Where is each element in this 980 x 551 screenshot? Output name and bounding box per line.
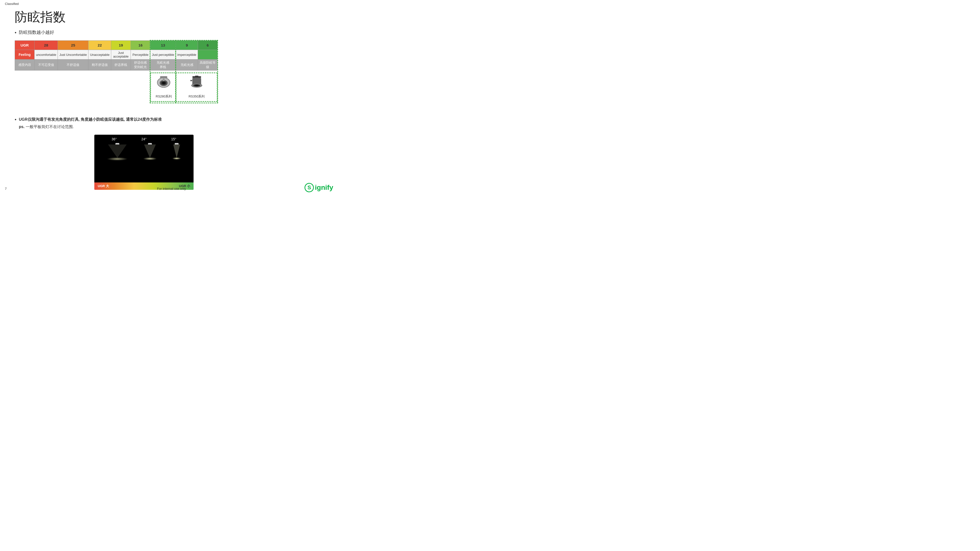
angle-24: 24° — [142, 137, 146, 141]
page-title: 防眩指数 — [15, 9, 66, 26]
ugr-28-cell: 28 — [35, 41, 58, 50]
ugr-9-cell: 9 — [176, 41, 198, 50]
rs280-icon — [154, 76, 173, 93]
rs280-label: RS280系列 — [154, 94, 173, 99]
feel-9: imperceptible — [176, 50, 198, 59]
ugr-table-container: UGR 28 25 22 19 16 13 9 6 Feeling uncomf… — [15, 40, 218, 106]
cn-header-cell: 感受内容 — [15, 59, 35, 70]
feeling-row: Feeling uncomfortable Just Uncomfortable… — [15, 50, 218, 59]
feel-22: Unacceptable — [88, 50, 111, 59]
fixture-15 — [172, 143, 181, 160]
cone-36 — [108, 144, 127, 158]
feel-19: Justacceptable — [111, 50, 130, 59]
bullet-text-2b: ps. 一般平板筒灯不在讨论范围. — [19, 124, 162, 130]
rs350-icon — [187, 76, 207, 93]
ugr-header-cell: UGR — [15, 41, 35, 50]
svg-rect-7 — [163, 78, 165, 81]
ugr-bar-left: UGR 大 — [98, 184, 109, 188]
cn-28: 不可忍受值 — [35, 59, 58, 70]
bullet-text-1: 防眩指数越小越好 — [19, 29, 54, 35]
rs280-product-box: RS280系列 — [150, 73, 177, 102]
cn-19: 舒适界线 — [111, 59, 130, 70]
cn-row: 感受内容 不可忍受值 不舒适值 刚不舒适值 舒适界线 舒适但感受到眩光 无眩光感… — [15, 59, 218, 70]
feel-16: Perceptible — [130, 50, 150, 59]
feeling-header-cell: Feeling — [15, 50, 35, 59]
signify-s-circle: S — [304, 183, 314, 192]
rs350-product-box: RS350系列 — [176, 73, 217, 102]
angle-image-container: 36° 24° 15° UGR 大 UGR 小 — [94, 135, 194, 190]
cn-9: 无眩光感 — [176, 59, 198, 70]
angle-labels-row: 36° 24° 15° — [94, 135, 194, 141]
svg-point-5 — [162, 82, 165, 84]
cn-25: 不舒适值 — [58, 59, 88, 70]
spot-36 — [107, 157, 128, 160]
signify-text: ignify — [315, 184, 333, 192]
cone-15 — [173, 144, 180, 158]
rs350-image — [187, 76, 207, 93]
spot-15 — [172, 157, 181, 160]
cn-13: 无眩光感界线 — [150, 59, 176, 70]
ugr-16-cell: 16 — [130, 41, 150, 50]
bullet-section-1: • 防眩指数越小越好 — [15, 29, 328, 38]
fixture-36 — [107, 143, 128, 160]
cone-24 — [144, 144, 156, 158]
classified-label: Classified — [5, 2, 19, 6]
svg-point-14 — [190, 80, 192, 81]
bullet-dot-1: • — [15, 30, 16, 35]
page-number: 7 — [5, 187, 6, 191]
ugr-25-cell: 25 — [58, 41, 88, 50]
fixture-24 — [143, 143, 157, 160]
feel-25: Just Uncomfortable — [58, 50, 88, 59]
spot-24 — [143, 157, 157, 160]
cn-22: 刚不舒适值 — [88, 59, 111, 70]
bullet-dot-2: • — [15, 117, 16, 122]
rs350-label: RS350系列 — [179, 94, 214, 99]
angle-36: 36° — [111, 137, 117, 141]
feel-6 — [198, 50, 218, 59]
ugr-6-cell: 6 — [198, 41, 218, 50]
bullet-section-2: • UGR仅限沟通于有发光角度的灯具, 角度越小防眩值应该越低, 通常以24度作… — [15, 116, 328, 133]
table-wrapper: UGR 28 25 22 19 16 13 9 6 Feeling uncomf… — [15, 40, 218, 105]
light-fixtures-row — [94, 141, 194, 160]
ugr-table: UGR 28 25 22 19 16 13 9 6 Feeling uncomf… — [15, 40, 218, 70]
angle-15: 15° — [171, 137, 177, 141]
bullet-text-2a: UGR仅限沟通于有发光角度的灯具, 角度越小防眩值应该越低, 通常以24度作为标… — [19, 116, 162, 123]
svg-point-12 — [195, 85, 199, 86]
feel-28: uncomfortable — [35, 50, 58, 59]
signify-logo: S ignify — [304, 183, 333, 192]
feel-13: Just perceptible — [150, 50, 176, 59]
ugr-22-cell: 22 — [88, 41, 111, 50]
cn-6: 高级防眩等级 — [198, 59, 218, 70]
cn-16: 舒适但感受到眩光 — [130, 59, 150, 70]
ugr-header-row: UGR 28 25 22 19 16 13 9 6 — [15, 41, 218, 50]
svg-rect-15 — [195, 76, 199, 77]
footer-center-text: For internal use only — [157, 187, 186, 191]
ugr-19-cell: 19 — [111, 41, 130, 50]
rs280-image — [154, 76, 173, 93]
ugr-13-cell: 13 — [150, 41, 176, 50]
